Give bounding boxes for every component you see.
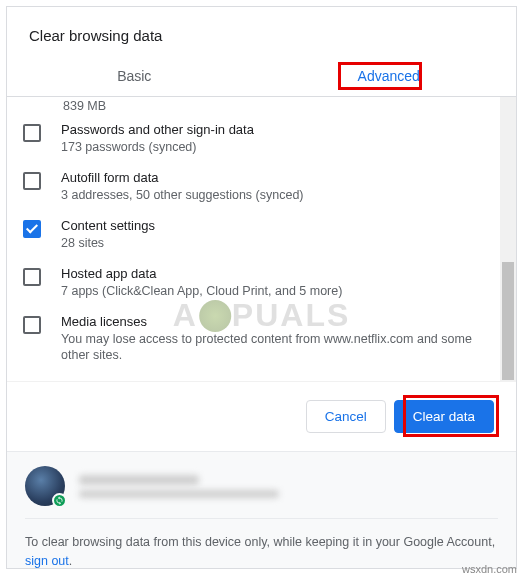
footer-text-before: To clear browsing data from this device …: [25, 535, 495, 549]
tab-advanced[interactable]: Advanced: [262, 58, 517, 96]
checkbox-content-settings[interactable]: [23, 220, 41, 238]
dialog-title: Clear browsing data: [7, 7, 516, 58]
tab-basic[interactable]: Basic: [7, 58, 262, 96]
account-email-blurred: [79, 490, 279, 498]
footer-text: To clear browsing data from this device …: [25, 533, 498, 568]
item-passwords: Passwords and other sign-in data 173 pas…: [23, 115, 498, 163]
cancel-button[interactable]: Cancel: [306, 400, 386, 433]
item-title: Hosted app data: [61, 266, 498, 281]
item-title: Autofill form data: [61, 170, 498, 185]
item-sub: You may lose access to protected content…: [61, 331, 498, 365]
account-row: [25, 466, 498, 519]
item-title: Content settings: [61, 218, 498, 233]
item-sub: 3 addresses, 50 other suggestions (synce…: [61, 187, 498, 204]
item-title: Passwords and other sign-in data: [61, 122, 498, 137]
checkbox-autofill[interactable]: [23, 172, 41, 190]
item-sub: 173 passwords (synced): [61, 139, 498, 156]
item-title: Media licenses: [61, 314, 498, 329]
tabs: Basic Advanced: [7, 58, 516, 97]
item-text: Autofill form data 3 addresses, 50 other…: [61, 170, 498, 204]
sync-badge-icon: [52, 493, 67, 508]
scrollbar-track[interactable]: [500, 97, 516, 382]
checkbox-passwords[interactable]: [23, 124, 41, 142]
sign-out-link[interactable]: sign out: [25, 554, 69, 568]
item-text: Passwords and other sign-in data 173 pas…: [61, 122, 498, 156]
account-section: To clear browsing data from this device …: [7, 451, 516, 568]
checkbox-hosted-app-data[interactable]: [23, 268, 41, 286]
checkbox-media-licenses[interactable]: [23, 316, 41, 334]
item-text: Hosted app data 7 apps (Click&Clean App,…: [61, 266, 498, 300]
item-text: Media licenses You may lose access to pr…: [61, 314, 498, 365]
scrollbar-thumb[interactable]: [502, 262, 514, 380]
footer-text-after: .: [69, 554, 72, 568]
clear-data-button[interactable]: Clear data: [394, 400, 494, 433]
data-type-list: 839 MB Passwords and other sign-in data …: [7, 97, 516, 382]
item-content-settings: Content settings 28 sites: [23, 211, 498, 259]
item-sub: 7 apps (Click&Clean App, Cloud Print, an…: [61, 283, 498, 300]
account-text: [79, 475, 498, 498]
item-hosted-app-data: Hosted app data 7 apps (Click&Clean App,…: [23, 259, 498, 307]
item-media-licenses: Media licenses You may lose access to pr…: [23, 307, 498, 372]
item-text: Content settings 28 sites: [61, 218, 498, 252]
button-row: Cancel Clear data: [7, 382, 516, 451]
truncated-prev-item: 839 MB: [23, 99, 498, 113]
avatar: [25, 466, 65, 506]
account-name-blurred: [79, 475, 199, 485]
item-autofill: Autofill form data 3 addresses, 50 other…: [23, 163, 498, 211]
item-sub: 28 sites: [61, 235, 498, 252]
tab-advanced-label: Advanced: [358, 68, 420, 84]
content-area: 839 MB Passwords and other sign-in data …: [7, 97, 516, 568]
site-credit: wsxdn.com: [462, 563, 517, 575]
clear-browsing-data-dialog: Clear browsing data Basic Advanced 839 M…: [6, 6, 517, 569]
